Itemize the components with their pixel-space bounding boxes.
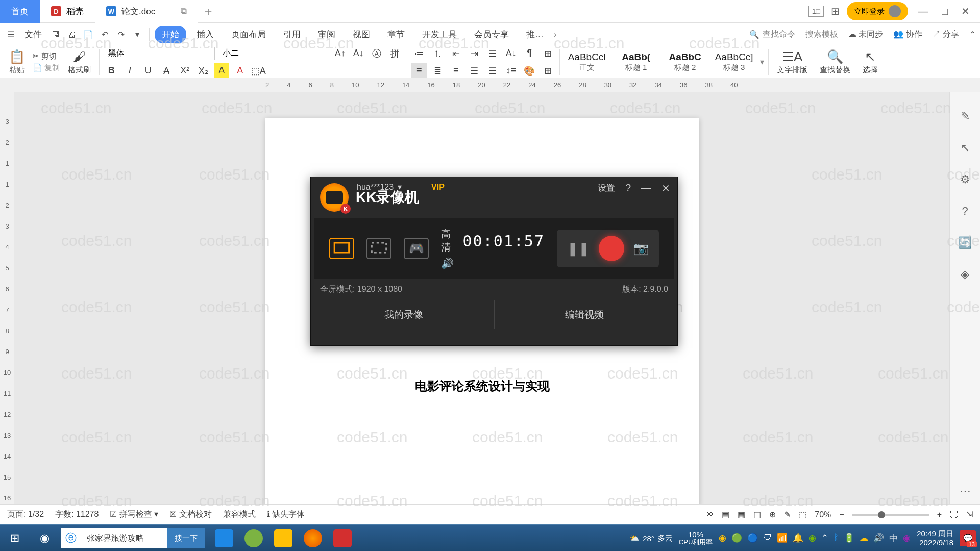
hamburger-icon[interactable]: ☰: [4, 28, 17, 41]
vertical-ruler[interactable]: 3211234567891011121314151617181920212223…: [0, 92, 14, 531]
underline-button[interactable]: U: [140, 63, 156, 79]
distribute-button[interactable]: ☰: [485, 63, 500, 79]
tray-icon-4[interactable]: 🛡: [763, 533, 772, 544]
style-heading2[interactable]: AaBbC标题 2: [662, 51, 708, 73]
style-heading3[interactable]: AaBbCc]标题 3: [711, 51, 757, 73]
bullets-button[interactable]: ≔: [411, 46, 427, 61]
styles-more-icon[interactable]: ▾: [760, 57, 764, 67]
menu-nav-right[interactable]: ›: [554, 30, 556, 39]
outline-view-icon[interactable]: ◫: [753, 510, 761, 519]
collapse-ribbon-icon[interactable]: ⌃: [969, 30, 976, 39]
tray-icon-1[interactable]: ◉: [719, 533, 726, 544]
tray-cloud-icon[interactable]: ☁: [860, 533, 868, 544]
menu-file[interactable]: 文件: [20, 26, 46, 43]
close-button[interactable]: ✕: [958, 5, 973, 17]
search-button[interactable]: 搜一下: [167, 528, 205, 548]
task-view-button[interactable]: ◉: [30, 525, 59, 551]
horizontal-ruler[interactable]: 246810121416182022242628303234363840: [0, 78, 980, 92]
taskbar-kk[interactable]: [299, 527, 327, 549]
increase-indent-button[interactable]: ⇥: [467, 46, 482, 61]
taskbar-search[interactable]: ⓔ 张家界旅游攻略 搜一下: [61, 528, 205, 548]
cpu-widget[interactable]: 10% CPU利用率: [679, 531, 713, 546]
highlight-button[interactable]: A: [214, 63, 229, 79]
kk-edit-video-button[interactable]: 编辑视频: [495, 300, 675, 329]
font-color-button[interactable]: A: [232, 63, 248, 79]
spell-check[interactable]: ☑ 拼写检查 ▾: [110, 509, 158, 520]
subscript-button[interactable]: X₂: [195, 63, 211, 79]
cursor-icon[interactable]: ↖: [957, 139, 974, 157]
cut-button[interactable]: ✂ 剪切: [33, 52, 60, 61]
menu-dev-tools[interactable]: 开发工具: [415, 26, 464, 43]
tray-ime-icon[interactable]: 中: [889, 533, 898, 544]
find-replace-group[interactable]: 🔍 查找替换: [816, 49, 854, 75]
format-painter-button[interactable]: 🖌: [72, 49, 87, 64]
pen-icon[interactable]: ✎: [957, 108, 974, 125]
tray-chevron-up-icon[interactable]: ⌃: [821, 533, 828, 544]
preview-icon[interactable]: 📄: [82, 28, 95, 41]
maximize-button[interactable]: □: [939, 6, 951, 17]
menu-chapter[interactable]: 章节: [380, 26, 412, 43]
kk-screenshot-button[interactable]: 📷: [633, 241, 649, 256]
tab-home[interactable]: 首页: [0, 0, 40, 23]
taskbar-clock[interactable]: 20:49 周日 2022/9/18: [917, 529, 953, 547]
char-border-button[interactable]: ⬚A: [251, 63, 266, 79]
weather-widget[interactable]: ⛅ 28° 多云: [630, 534, 673, 543]
taskbar-wps[interactable]: [328, 527, 357, 549]
line-spacing-button[interactable]: ↕≡: [503, 63, 519, 79]
tray-battery-icon[interactable]: 🔋: [844, 533, 854, 544]
numbering-button[interactable]: ⒈: [430, 46, 445, 61]
tray-icon-2[interactable]: 🟢: [731, 533, 742, 544]
word-count[interactable]: 字数: 11278: [55, 509, 99, 520]
edit-icon[interactable]: ✎: [784, 510, 791, 519]
tray-nvidia-icon[interactable]: ◉: [808, 533, 816, 544]
tab-document[interactable]: W 论文.doc ⧉: [95, 0, 198, 23]
menu-view[interactable]: 视图: [346, 26, 377, 43]
kk-quality-label[interactable]: 高清: [441, 228, 453, 254]
page-indicator[interactable]: 页面: 1/32: [7, 509, 44, 520]
translate-icon[interactable]: 🔄: [957, 234, 974, 252]
zoom-slider[interactable]: [852, 514, 929, 516]
layout-icon[interactable]: 1□: [808, 6, 824, 17]
eye-icon[interactable]: 👁: [705, 510, 714, 519]
menu-member[interactable]: 会员专享: [467, 26, 516, 43]
font-name-select[interactable]: [104, 47, 215, 60]
copy-button[interactable]: 📄 复制: [33, 63, 60, 73]
kk-game-mode[interactable]: 🎮: [404, 238, 429, 259]
text-direction-button[interactable]: ☰: [485, 46, 500, 61]
taskbar-ie[interactable]: [210, 527, 238, 549]
borders-button[interactable]: ⊞: [540, 63, 555, 79]
tray-bell-icon[interactable]: 🔔: [793, 533, 803, 544]
align-center-button[interactable]: ≣: [430, 63, 445, 79]
shading-button[interactable]: 🎨: [522, 63, 537, 79]
help-icon[interactable]: ?: [957, 203, 974, 220]
decrease-font-icon[interactable]: A↓: [351, 46, 366, 61]
kk-region-mode[interactable]: [366, 238, 391, 259]
taskbar-explorer[interactable]: [269, 527, 298, 549]
menu-start[interactable]: 开始: [155, 26, 186, 43]
zoom-in-button[interactable]: +: [937, 510, 942, 519]
login-button[interactable]: 立即登录: [847, 2, 908, 20]
fullscreen-icon[interactable]: ⛶: [950, 510, 958, 519]
sync-status[interactable]: ☁ 未同步: [848, 29, 883, 40]
align-justify-button[interactable]: ☰: [467, 63, 482, 79]
settings-slider-icon[interactable]: ⚙: [957, 171, 974, 188]
style-heading1[interactable]: AaBb(标题 1: [613, 51, 659, 73]
minimize-button[interactable]: —: [915, 6, 932, 17]
strikethrough-button[interactable]: A̶: [159, 63, 174, 79]
kk-record-button[interactable]: [599, 236, 624, 261]
taskbar-browser[interactable]: [239, 527, 268, 549]
kk-audio-icon[interactable]: 🔊: [441, 257, 545, 269]
tab-daoke[interactable]: D 稻壳: [40, 0, 95, 23]
zoom-out-button[interactable]: −: [839, 510, 844, 519]
phonetic-icon[interactable]: 拼: [387, 46, 403, 61]
apps-icon[interactable]: ⊞: [831, 5, 840, 17]
tray-app-icon[interactable]: ◉: [903, 533, 911, 544]
decrease-indent-button[interactable]: ⇤: [448, 46, 463, 61]
web-view-icon[interactable]: ⊕: [769, 510, 776, 519]
notification-center[interactable]: 💬 13: [960, 530, 976, 546]
font-size-select[interactable]: [218, 47, 329, 60]
kk-pause-button[interactable]: ❚❚: [567, 241, 590, 257]
menu-references[interactable]: 引用: [276, 26, 308, 43]
show-marks-button[interactable]: ¶: [522, 46, 537, 61]
kk-fullscreen-mode[interactable]: [329, 238, 354, 259]
